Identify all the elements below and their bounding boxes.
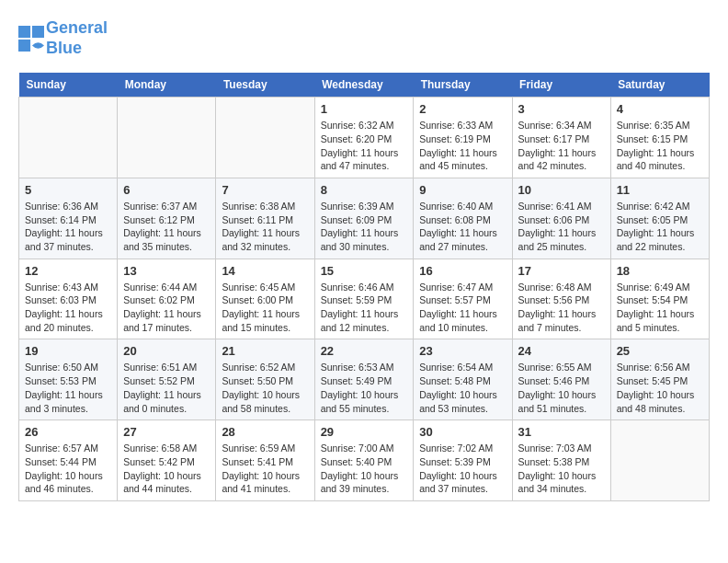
day-number: 15 — [321, 264, 408, 278]
day-number: 14 — [222, 264, 308, 278]
day-info: Sunrise: 6:48 AMSunset: 5:56 PMDaylight:… — [518, 281, 605, 335]
day-info: Sunrise: 6:32 AMSunset: 6:20 PMDaylight:… — [321, 119, 408, 173]
day-info: Sunrise: 6:33 AMSunset: 6:19 PMDaylight:… — [419, 119, 506, 173]
day-info: Sunrise: 6:57 AMSunset: 5:44 PMDaylight:… — [25, 442, 111, 496]
calendar-cell: 27Sunrise: 6:58 AMSunset: 5:42 PMDayligh… — [118, 420, 216, 501]
logo-text: General Blue — [46, 18, 108, 58]
col-header-thursday: Thursday — [414, 73, 512, 98]
svg-rect-1 — [32, 26, 44, 38]
calendar-cell: 23Sunrise: 6:54 AMSunset: 5:48 PMDayligh… — [414, 339, 512, 420]
day-number: 31 — [518, 425, 605, 439]
day-number: 4 — [617, 102, 703, 116]
col-header-wednesday: Wednesday — [314, 73, 414, 98]
calendar-cell — [610, 420, 709, 501]
day-number: 10 — [518, 183, 605, 197]
day-number: 29 — [321, 425, 408, 439]
day-number: 26 — [25, 425, 111, 439]
day-info: Sunrise: 6:36 AMSunset: 6:14 PMDaylight:… — [25, 200, 111, 254]
calendar-cell: 8Sunrise: 6:39 AMSunset: 6:09 PMDaylight… — [314, 178, 414, 259]
day-info: Sunrise: 6:37 AMSunset: 6:12 PMDaylight:… — [123, 200, 210, 254]
calendar-cell: 25Sunrise: 6:56 AMSunset: 5:45 PMDayligh… — [610, 339, 709, 420]
calendar-cell: 17Sunrise: 6:48 AMSunset: 5:56 PMDayligh… — [512, 259, 610, 339]
day-info: Sunrise: 6:51 AMSunset: 5:52 PMDaylight:… — [123, 361, 210, 415]
day-number: 16 — [419, 264, 506, 278]
day-number: 12 — [25, 264, 111, 278]
calendar-cell: 12Sunrise: 6:43 AMSunset: 6:03 PMDayligh… — [19, 259, 118, 339]
day-info: Sunrise: 6:34 AMSunset: 6:17 PMDaylight:… — [518, 119, 605, 173]
day-info: Sunrise: 6:44 AMSunset: 6:02 PMDaylight:… — [123, 281, 210, 335]
day-number: 20 — [123, 344, 210, 358]
logo-icon — [18, 26, 44, 52]
day-number: 3 — [518, 102, 605, 116]
day-info: Sunrise: 6:39 AMSunset: 6:09 PMDaylight:… — [321, 200, 408, 254]
calendar-cell: 1Sunrise: 6:32 AMSunset: 6:20 PMDaylight… — [314, 98, 414, 178]
day-number: 30 — [419, 425, 506, 439]
day-info: Sunrise: 6:46 AMSunset: 5:59 PMDaylight:… — [321, 281, 408, 335]
calendar-cell: 31Sunrise: 7:03 AMSunset: 5:38 PMDayligh… — [512, 420, 610, 501]
day-info: Sunrise: 6:52 AMSunset: 5:50 PMDaylight:… — [222, 361, 308, 415]
day-info: Sunrise: 6:50 AMSunset: 5:53 PMDaylight:… — [25, 361, 111, 415]
svg-rect-2 — [18, 40, 30, 52]
day-number: 8 — [321, 183, 408, 197]
day-number: 27 — [123, 425, 210, 439]
calendar-week-2: 5Sunrise: 6:36 AMSunset: 6:14 PMDaylight… — [19, 178, 710, 259]
calendar-cell: 5Sunrise: 6:36 AMSunset: 6:14 PMDaylight… — [19, 178, 118, 259]
day-info: Sunrise: 6:59 AMSunset: 5:41 PMDaylight:… — [222, 442, 308, 496]
calendar-cell: 24Sunrise: 6:55 AMSunset: 5:46 PMDayligh… — [512, 339, 610, 420]
day-number: 6 — [123, 183, 210, 197]
day-number: 7 — [222, 183, 308, 197]
calendar-week-1: 1Sunrise: 6:32 AMSunset: 6:20 PMDaylight… — [19, 98, 710, 178]
day-info: Sunrise: 6:49 AMSunset: 5:54 PMDaylight:… — [617, 281, 703, 335]
day-number: 1 — [321, 102, 408, 116]
calendar-cell: 26Sunrise: 6:57 AMSunset: 5:44 PMDayligh… — [19, 420, 118, 501]
day-number: 18 — [617, 264, 703, 278]
calendar-cell: 22Sunrise: 6:53 AMSunset: 5:49 PMDayligh… — [314, 339, 414, 420]
day-number: 24 — [518, 344, 605, 358]
day-number: 21 — [222, 344, 308, 358]
day-number: 25 — [617, 344, 703, 358]
calendar-cell — [216, 98, 314, 178]
day-info: Sunrise: 7:00 AMSunset: 5:40 PMDaylight:… — [321, 442, 408, 496]
calendar-cell: 20Sunrise: 6:51 AMSunset: 5:52 PMDayligh… — [118, 339, 216, 420]
day-info: Sunrise: 6:58 AMSunset: 5:42 PMDaylight:… — [123, 442, 210, 496]
col-header-saturday: Saturday — [610, 73, 709, 98]
calendar-cell: 30Sunrise: 7:02 AMSunset: 5:39 PMDayligh… — [414, 420, 512, 501]
day-info: Sunrise: 6:54 AMSunset: 5:48 PMDaylight:… — [419, 361, 506, 415]
col-header-monday: Monday — [118, 73, 216, 98]
day-info: Sunrise: 6:38 AMSunset: 6:11 PMDaylight:… — [222, 200, 308, 254]
day-number: 23 — [419, 344, 506, 358]
day-number: 13 — [123, 264, 210, 278]
calendar-cell: 6Sunrise: 6:37 AMSunset: 6:12 PMDaylight… — [118, 178, 216, 259]
day-number: 22 — [321, 344, 408, 358]
calendar-cell: 2Sunrise: 6:33 AMSunset: 6:19 PMDaylight… — [414, 98, 512, 178]
day-number: 2 — [419, 102, 506, 116]
day-number: 19 — [25, 344, 111, 358]
calendar-cell: 15Sunrise: 6:46 AMSunset: 5:59 PMDayligh… — [314, 259, 414, 339]
calendar-cell: 3Sunrise: 6:34 AMSunset: 6:17 PMDaylight… — [512, 98, 610, 178]
col-header-tuesday: Tuesday — [216, 73, 314, 98]
day-info: Sunrise: 7:03 AMSunset: 5:38 PMDaylight:… — [518, 442, 605, 496]
day-info: Sunrise: 6:43 AMSunset: 6:03 PMDaylight:… — [25, 281, 111, 335]
calendar-cell: 21Sunrise: 6:52 AMSunset: 5:50 PMDayligh… — [216, 339, 314, 420]
svg-rect-0 — [18, 26, 30, 38]
calendar-cell: 19Sunrise: 6:50 AMSunset: 5:53 PMDayligh… — [19, 339, 118, 420]
calendar-cell: 18Sunrise: 6:49 AMSunset: 5:54 PMDayligh… — [610, 259, 709, 339]
calendar-cell — [118, 98, 216, 178]
day-info: Sunrise: 6:55 AMSunset: 5:46 PMDaylight:… — [518, 361, 605, 415]
day-info: Sunrise: 7:02 AMSunset: 5:39 PMDaylight:… — [419, 442, 506, 496]
calendar-cell: 7Sunrise: 6:38 AMSunset: 6:11 PMDaylight… — [216, 178, 314, 259]
day-info: Sunrise: 6:35 AMSunset: 6:15 PMDaylight:… — [617, 119, 703, 173]
calendar-week-3: 12Sunrise: 6:43 AMSunset: 6:03 PMDayligh… — [19, 259, 710, 339]
col-header-sunday: Sunday — [19, 73, 118, 98]
calendar-week-5: 26Sunrise: 6:57 AMSunset: 5:44 PMDayligh… — [19, 420, 710, 501]
calendar-cell — [19, 98, 118, 178]
day-number: 11 — [617, 183, 703, 197]
calendar-cell: 29Sunrise: 7:00 AMSunset: 5:40 PMDayligh… — [314, 420, 414, 501]
day-number: 28 — [222, 425, 308, 439]
logo: General Blue — [18, 18, 108, 58]
calendar-table: SundayMondayTuesdayWednesdayThursdayFrid… — [18, 73, 710, 501]
day-number: 17 — [518, 264, 605, 278]
calendar-cell: 4Sunrise: 6:35 AMSunset: 6:15 PMDaylight… — [610, 98, 709, 178]
calendar-header-row: SundayMondayTuesdayWednesdayThursdayFrid… — [19, 73, 710, 98]
day-number: 9 — [419, 183, 506, 197]
